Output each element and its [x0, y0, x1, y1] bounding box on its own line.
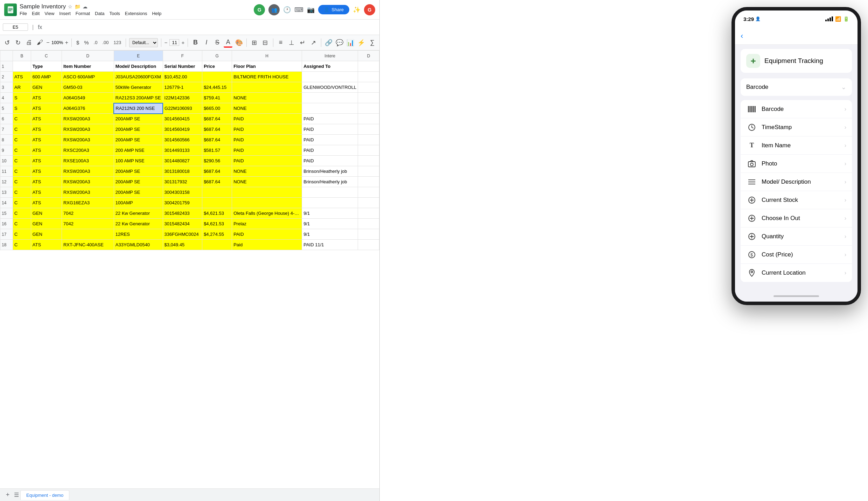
italic-button[interactable]: I: [202, 38, 211, 48]
cell-17-e[interactable]: 12RES: [114, 229, 163, 240]
cell-3-extra[interactable]: [358, 82, 379, 93]
cell-5-e[interactable]: RA212N3 200 NSE: [114, 103, 163, 114]
cell-2-b[interactable]: ATS: [13, 72, 31, 82]
cell-8-h[interactable]: PAID: [232, 135, 302, 145]
cell-12-c[interactable]: ATS: [31, 177, 62, 187]
cell-6-extra[interactable]: [358, 114, 379, 124]
row-header-17[interactable]: 17: [0, 229, 13, 240]
cell-12-h[interactable]: NONE: [232, 177, 302, 187]
table-row[interactable]: 15CGEN704222 Kw Generator3015482433$4,62…: [0, 208, 379, 219]
table-row[interactable]: 18CATSRXT-JFNC-400ASEA33YGMLD0540$3,049.…: [0, 240, 379, 250]
cell-2-e[interactable]: J03AUSA20600FGXM: [114, 72, 163, 82]
table-row[interactable]: 1TypeItem NumberModel/ DescriptionSerial…: [0, 61, 379, 72]
cell-13-d[interactable]: RXSW200A3: [62, 187, 114, 198]
number-format-button[interactable]: 123: [112, 39, 123, 46]
cell-18-d[interactable]: RXT-JFNC-400ASE: [62, 240, 114, 250]
font-size-increase-button[interactable]: +: [181, 40, 184, 45]
cell-17-g[interactable]: $4,274.55: [202, 229, 232, 240]
row-header-5[interactable]: 5: [0, 103, 13, 114]
cell-6-c[interactable]: ATS: [31, 114, 62, 124]
table-row[interactable]: 4SATSA064G549RA212S3 200AMP SEI22M142336…: [0, 93, 379, 103]
filter-button[interactable]: ⚡: [357, 38, 366, 48]
cell-2-h[interactable]: BILTMORE FRITH HOUSE: [232, 72, 302, 82]
cell-6-g[interactable]: $687.64: [202, 114, 232, 124]
row-header-15[interactable]: 15: [0, 208, 13, 219]
cell-11-e[interactable]: 200AMP SE: [114, 166, 163, 177]
menu-data[interactable]: Data: [95, 11, 104, 16]
cell-15-b[interactable]: C: [13, 208, 31, 219]
cell-3-i[interactable]: GLENWOOD/VONTROLL: [302, 82, 358, 93]
cell-15-i[interactable]: 9/1: [302, 208, 358, 219]
cell-9-g[interactable]: $581.57: [202, 145, 232, 156]
cell-13-extra[interactable]: [358, 187, 379, 198]
menu-item-item-name[interactable]: T Item Name ›: [741, 136, 852, 155]
cell-17-extra[interactable]: [358, 229, 379, 240]
cell-4-d[interactable]: A064G549: [62, 93, 114, 103]
percent-button[interactable]: %: [83, 39, 90, 46]
menu-item-choose-in-out[interactable]: Choose In Out ›: [741, 209, 852, 227]
cell-17-f[interactable]: 336FGHMC0024: [163, 229, 202, 240]
formula-input[interactable]: G22M106093: [45, 24, 377, 30]
cell-7-d[interactable]: RXSW200A3: [62, 124, 114, 135]
cell-13-f[interactable]: 3004303158: [163, 187, 202, 198]
menu-item-model-desc[interactable]: Model/ Description ›: [741, 173, 852, 191]
cell-8-f[interactable]: 3014560566: [163, 135, 202, 145]
cell-18-e[interactable]: A33YGMLD0540: [114, 240, 163, 250]
cell-16-extra[interactable]: [358, 219, 379, 229]
cell-12-extra[interactable]: [358, 177, 379, 187]
table-row[interactable]: 14CATSRXG16EZA3100AMP3004201759: [0, 198, 379, 208]
formula-function-icon[interactable]: fx: [38, 24, 42, 30]
col-header-c[interactable]: C: [31, 51, 62, 61]
cell-18-g[interactable]: [202, 240, 232, 250]
cell-5-f[interactable]: G22M106093: [163, 103, 202, 114]
cell-10-extra[interactable]: [358, 156, 379, 166]
col-header-e[interactable]: E: [114, 51, 163, 61]
cell-12-f[interactable]: 301317932: [163, 177, 202, 187]
row-header-2[interactable]: 2: [0, 72, 13, 82]
menu-item-current-location[interactable]: Current Location ›: [741, 264, 852, 282]
bold-button[interactable]: B: [191, 38, 200, 48]
row-header-14[interactable]: 14: [0, 198, 13, 208]
menu-item-photo[interactable]: Photo ›: [741, 155, 852, 173]
highlight-color-button[interactable]: 🎨: [234, 38, 243, 48]
cell-10-h[interactable]: PAID: [232, 156, 302, 166]
cell-3-g[interactable]: $24,445.15: [202, 82, 232, 93]
cell-10-c[interactable]: ATS: [31, 156, 62, 166]
cell-reference-input[interactable]: E5: [3, 23, 28, 31]
cell-15-c[interactable]: GEN: [31, 208, 62, 219]
cell-10-e[interactable]: 100 AMP NSE: [114, 156, 163, 166]
cell-17-i[interactable]: 9/1: [302, 229, 358, 240]
col-header-b[interactable]: B: [13, 51, 31, 61]
decimal-inc-button[interactable]: .00: [101, 39, 110, 46]
cell-14-extra[interactable]: [358, 198, 379, 208]
cell-4-c[interactable]: ATS: [31, 93, 62, 103]
cell-5-h[interactable]: NONE: [232, 103, 302, 114]
merge-button[interactable]: ⊟: [261, 38, 270, 48]
cell-16-d[interactable]: 7042: [62, 219, 114, 229]
cell-8-c[interactable]: ATS: [31, 135, 62, 145]
cell-7-h[interactable]: PAID: [232, 124, 302, 135]
cell-2-f[interactable]: $10,452.00: [163, 72, 202, 82]
sheets-menu-button[interactable]: ☰: [14, 492, 19, 498]
cell-5-d[interactable]: A064G376: [62, 103, 114, 114]
menu-item-current-stock[interactable]: Current Stock ›: [741, 191, 852, 209]
cell-1-i[interactable]: Assigned To: [302, 61, 358, 72]
cell-3-e[interactable]: 50kWe Generator: [114, 82, 163, 93]
cell-1-extra[interactable]: [358, 61, 379, 72]
paint-format-button[interactable]: 🖌: [35, 38, 44, 48]
cell-9-extra[interactable]: [358, 145, 379, 156]
cell-4-g[interactable]: $759.41: [202, 93, 232, 103]
table-row[interactable]: 6CATSRXSW200A3200AMP SE3014560415$687.64…: [0, 114, 379, 124]
cell-9-i[interactable]: PAID: [302, 145, 358, 156]
menu-insert[interactable]: Insert: [59, 11, 71, 16]
cell-12-b[interactable]: C: [13, 177, 31, 187]
valign-button[interactable]: ⊥: [287, 38, 296, 48]
cell-17-b[interactable]: C: [13, 229, 31, 240]
cell-11-b[interactable]: C: [13, 166, 31, 177]
wrap-button[interactable]: ↵: [298, 38, 307, 48]
cell-15-extra[interactable]: [358, 208, 379, 219]
cell-7-extra[interactable]: [358, 124, 379, 135]
cell-17-d[interactable]: [62, 229, 114, 240]
col-header-h[interactable]: H: [232, 51, 302, 61]
cell-18-h[interactable]: Paid: [232, 240, 302, 250]
